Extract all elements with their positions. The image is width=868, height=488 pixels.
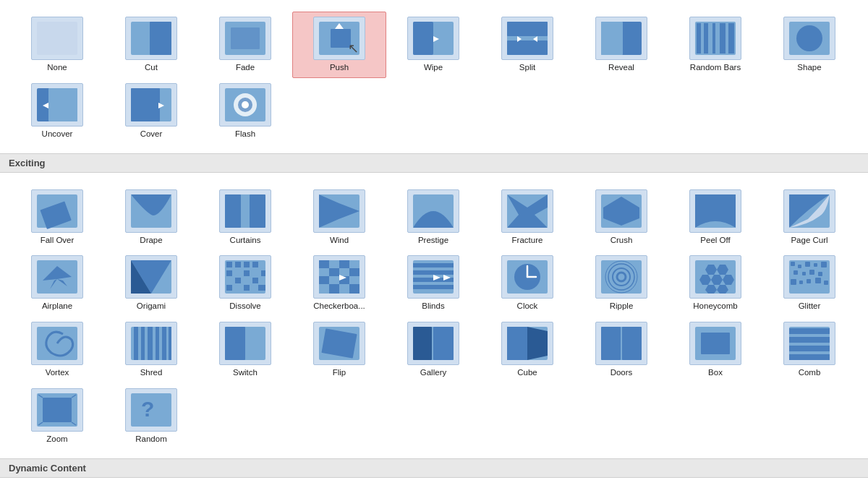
transition-label-uncover: Uncover [42,129,73,140]
transition-item-drape[interactable]: Drape [104,184,198,251]
svg-rect-150 [789,337,830,343]
svg-rect-61 [252,262,258,267]
svg-rect-20 [704,23,708,53]
svg-rect-113 [805,262,810,267]
transition-item-doors[interactable]: Doors [574,317,668,383]
subtle-section: NoneCutFade↖PushWipeSplitRevealRandom Ba… [0,0,868,153]
transition-item-cover[interactable]: Cover [104,78,198,145]
svg-rect-6 [331,29,351,48]
transition-item-wipe[interactable]: Wipe [386,12,480,78]
svg-rect-78 [349,268,359,276]
svg-rect-127 [134,327,138,360]
svg-rect-30 [131,88,160,121]
exciting-section: Fall OverDrapeCurtainsWindPrestigeFractu… [0,173,868,458]
transition-item-cube[interactable]: Cube [480,317,574,383]
svg-rect-76 [329,268,339,276]
transition-icon-origami [125,255,177,299]
transition-icon-push: ↖ [313,17,365,60]
transition-icon-fall_over [31,189,83,233]
transition-label-flip: Flip [333,368,346,378]
transition-item-wind[interactable]: Wind [292,184,386,251]
transition-label-glitter: Glitter [799,301,821,312]
transition-item-comb[interactable]: Comb [762,317,856,383]
transition-icon-blinds [407,255,459,299]
transition-item-glitter[interactable]: Glitter [762,250,856,317]
svg-rect-17 [601,22,623,55]
transition-icon-ripple [595,255,647,299]
svg-rect-139 [433,327,454,360]
transition-item-cut[interactable]: Cut [104,12,198,78]
transition-label-box: Box [708,368,723,378]
transition-item-shred[interactable]: Shred [104,317,198,383]
transition-item-box[interactable]: Box [668,317,762,383]
transition-item-prestige[interactable]: Prestige [386,184,480,251]
svg-rect-66 [252,278,258,283]
transition-icon-zoom [31,388,83,432]
transition-item-curtains[interactable]: Curtains [198,184,292,251]
svg-rect-71 [319,260,329,268]
transition-item-random[interactable]: ?Random [104,383,198,450]
svg-rect-123 [815,278,821,283]
svg-rect-86 [349,284,359,294]
svg-rect-60 [244,262,250,267]
transition-icon-flash [219,83,271,127]
transition-icon-fracture [501,189,553,233]
svg-rect-75 [319,268,329,276]
svg-rect-122 [807,279,811,283]
svg-rect-83 [319,284,329,294]
transition-item-reveal[interactable]: Reveal [574,12,668,78]
svg-rect-2 [150,22,171,55]
transition-label-split: Split [519,63,535,73]
transition-item-crush[interactable]: Crush [574,184,668,251]
transition-item-uncover[interactable]: Uncover [10,78,104,145]
transition-icon-glitter [783,255,835,299]
transition-item-origami[interactable]: Origami [104,250,198,317]
transition-item-flip[interactable]: Flip [292,317,386,383]
transition-icon-gallery [407,322,459,365]
svg-rect-89 [413,263,454,267]
svg-rect-72 [329,260,339,268]
transition-item-none[interactable]: None [10,12,104,78]
transition-item-fall_over[interactable]: Fall Over [10,184,104,251]
transition-icon-prestige [407,189,459,233]
transition-item-push[interactable]: ↖Push [292,12,386,78]
transition-label-vortex: Vortex [46,368,69,378]
transition-item-split[interactable]: Split [480,12,574,78]
transition-icon-honeycomb [689,255,741,299]
transition-item-vortex[interactable]: Vortex [10,317,104,383]
transition-item-random_bars[interactable]: Random Bars [668,12,762,78]
svg-rect-13 [507,40,548,55]
transition-item-checkerboard[interactable]: Checkerboa... [292,250,386,317]
transition-item-dissolve[interactable]: Dissolve [198,250,292,317]
transition-item-page_curl[interactable]: Page Curl [762,184,856,251]
transition-item-zoom[interactable]: Zoom [10,383,104,450]
transition-item-blinds[interactable]: Blinds [386,250,480,317]
svg-rect-9 [413,22,433,55]
transition-item-fade[interactable]: Fade [198,12,292,78]
svg-rect-23 [728,23,734,53]
svg-rect-59 [235,262,241,267]
transition-item-peel_off[interactable]: Peel Off [668,184,762,251]
transition-item-shape[interactable]: Shape [762,12,856,78]
transition-label-wipe: Wipe [424,63,443,73]
transition-icon-peel_off [689,189,741,233]
svg-rect-115 [821,262,827,267]
transition-label-peel_off: Peel Off [700,236,730,246]
transition-item-switch[interactable]: Switch [198,317,292,383]
transition-icon-dissolve [219,255,271,299]
transition-item-gallery[interactable]: Gallery [386,317,480,383]
svg-rect-134 [225,327,245,360]
transition-label-wind: Wind [330,236,349,246]
transition-item-fracture[interactable]: Fracture [480,184,574,251]
svg-rect-116 [793,270,798,275]
transition-icon-fade [219,17,271,60]
transition-label-clock: Clock [517,301,538,312]
transition-item-clock[interactable]: Clock [480,250,574,317]
transition-item-flash[interactable]: Flash [198,78,292,145]
transition-label-cut: Cut [145,63,158,73]
transition-item-ripple[interactable]: Ripple [574,250,668,317]
transition-item-airplane[interactable]: Airplane [10,250,104,317]
exciting-header: Exciting [0,153,868,173]
svg-rect-130 [156,327,159,360]
transition-item-honeycomb[interactable]: Honeycomb [668,250,762,317]
